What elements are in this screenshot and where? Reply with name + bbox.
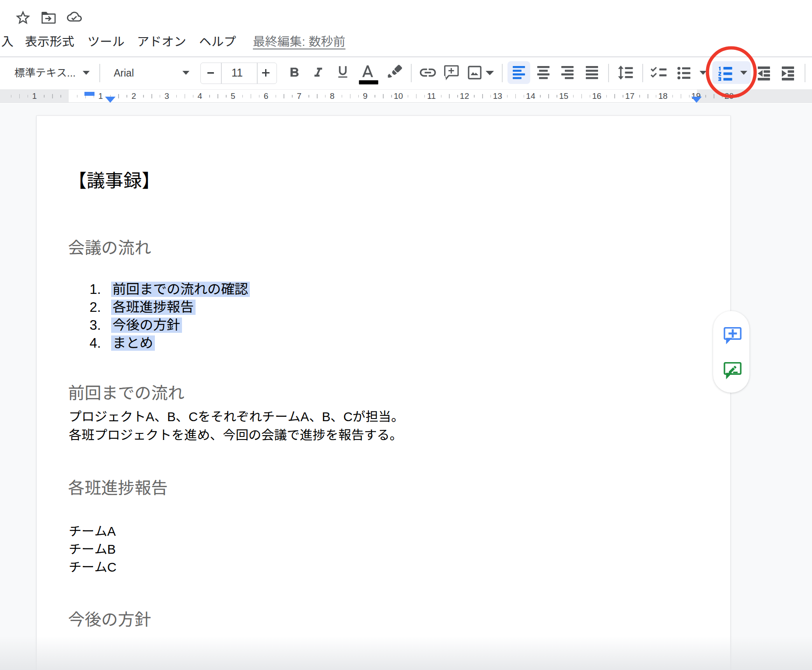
- list-number: 3.: [83, 316, 101, 334]
- ruler-number: 16: [588, 91, 606, 101]
- star-icon[interactable]: [14, 9, 32, 27]
- menu-item-0[interactable]: 入: [1, 35, 14, 49]
- ruler-tick: [449, 94, 450, 98]
- increase-font-size-icon[interactable]: [262, 69, 270, 77]
- ruler-tick: [276, 95, 276, 98]
- heading-progress[interactable]: 各班進捗報告: [68, 478, 168, 498]
- add-comment-button[interactable]: [723, 326, 742, 345]
- font-family-select[interactable]: Arial: [114, 67, 134, 79]
- list-item[interactable]: 2.各班進捗報告: [83, 298, 196, 316]
- line-spacing-icon[interactable]: [617, 65, 633, 80]
- ruler-number: 14: [522, 91, 539, 101]
- ruler-tick: [474, 95, 475, 98]
- paragraph-style-select[interactable]: 標準テキス...: [14, 67, 76, 79]
- heading-history[interactable]: 前回までの流れ: [68, 383, 185, 403]
- ruler-tick: [151, 94, 152, 98]
- list-item[interactable]: 3.今後の方針: [83, 316, 182, 334]
- ruler-tick: [416, 94, 417, 98]
- menu-item-4[interactable]: ヘルプ: [199, 35, 236, 49]
- ruler-tick: [681, 94, 682, 98]
- body-line-1[interactable]: プロジェクトA、B、CをそれぞれチームA、B、Cが担当。: [69, 409, 404, 425]
- underline-icon[interactable]: [335, 64, 350, 80]
- ruler-tick: [11, 95, 12, 98]
- insert-image-arrow-icon[interactable]: [486, 71, 494, 75]
- ruler-number: 8: [323, 91, 341, 101]
- ruler-tick: [548, 94, 549, 98]
- bold-icon[interactable]: [285, 65, 303, 80]
- text-color-icon[interactable]: [359, 64, 378, 85]
- ruler-number: 3: [158, 91, 175, 101]
- indent-increase-icon[interactable]: [782, 66, 794, 80]
- font-family-arrow-icon[interactable]: [182, 71, 189, 75]
- ruler-number: 18: [654, 91, 672, 101]
- right-indent-marker[interactable]: [691, 97, 702, 103]
- ruler[interactable]: 11234567891011121314151617181920: [0, 89, 812, 103]
- body-line-2[interactable]: 各班プロジェクトを進め、今回の会議で進捗を報告する。: [69, 427, 402, 443]
- ruler-tick: [284, 94, 284, 98]
- ruler-tick: [374, 95, 375, 98]
- ruler-tick: [308, 95, 309, 98]
- ruler-tick: [408, 95, 409, 98]
- toolbar-separator: [642, 64, 643, 82]
- ruler-number: 10: [390, 91, 407, 101]
- align-center-icon[interactable]: [537, 66, 550, 79]
- decrease-font-size-icon[interactable]: [207, 72, 214, 74]
- doc-title[interactable]: 【議事録】: [68, 168, 160, 191]
- ruler-number: 7: [290, 91, 308, 101]
- team-line-2[interactable]: チームC: [69, 559, 116, 575]
- ruler-tick: [217, 94, 218, 98]
- align-right-icon[interactable]: [561, 66, 574, 79]
- ruler-number: 9: [357, 91, 374, 101]
- link-icon[interactable]: [418, 63, 438, 82]
- toolbar-separator: [608, 64, 609, 82]
- italic-icon[interactable]: [311, 65, 326, 80]
- team-line-1[interactable]: チームB: [69, 541, 116, 557]
- ruler-tick: [507, 95, 508, 98]
- heading-agenda[interactable]: 会議の流れ: [68, 238, 151, 258]
- list-item-text-selected: 前回までの流れの確認: [111, 282, 250, 297]
- list-item[interactable]: 1.前回までの流れの確認: [83, 280, 250, 298]
- highlight-icon[interactable]: [388, 64, 405, 81]
- add-comment-icon[interactable]: [443, 65, 460, 81]
- cloud-done-icon[interactable]: [67, 9, 84, 27]
- folder-move-icon[interactable]: [41, 11, 57, 24]
- paragraph-style-arrow-icon[interactable]: [83, 71, 90, 75]
- last-edit-link[interactable]: 最終編集: 数秒前: [253, 35, 346, 49]
- team-line-0[interactable]: チームA: [69, 523, 116, 539]
- suggest-edits-button[interactable]: [723, 361, 742, 380]
- ruler-tick: [515, 94, 516, 98]
- left-indent-marker[interactable]: [105, 97, 116, 103]
- justify-icon[interactable]: [586, 66, 598, 79]
- ruler-number: 11: [423, 91, 440, 101]
- annotation-red-circle: [704, 44, 760, 101]
- ruler-tick: [614, 94, 615, 98]
- ruler-tick: [77, 95, 78, 98]
- list-item-text-selected: 各班進捗報告: [111, 300, 196, 315]
- insert-image-icon[interactable]: [467, 65, 482, 80]
- ruler-tick: [242, 95, 243, 98]
- indent-decrease-icon[interactable]: [758, 66, 770, 80]
- ruler-tick: [185, 94, 186, 98]
- bottom-fade: [0, 636, 812, 670]
- heading-policy[interactable]: 今後の方針: [68, 610, 151, 630]
- menu-item-2[interactable]: ツール: [88, 35, 125, 49]
- ruler-tick: [118, 94, 119, 98]
- list-item[interactable]: 4.まとめ: [83, 334, 155, 352]
- menu-item-3[interactable]: アドオン: [137, 35, 186, 49]
- checklist-icon[interactable]: [650, 66, 668, 80]
- ruler-tick: [639, 95, 640, 98]
- menu-item-1[interactable]: 表示形式: [25, 35, 74, 49]
- ruler-tick: [540, 95, 541, 98]
- toolbar-separator: [502, 64, 503, 82]
- ruler-number: 5: [224, 91, 242, 101]
- align-left-icon[interactable]: [513, 66, 525, 79]
- ruler-tick: [648, 94, 648, 98]
- ruler-tick: [176, 95, 177, 98]
- font-size-value[interactable]: 11: [219, 66, 255, 79]
- ruler-number: 4: [191, 91, 209, 101]
- ruler-tick: [19, 94, 20, 98]
- ruler-tick: [342, 95, 343, 98]
- bulleted-list-icon[interactable]: [676, 66, 691, 80]
- list-number: 4.: [83, 334, 101, 352]
- first-line-indent-marker[interactable]: [84, 92, 94, 96]
